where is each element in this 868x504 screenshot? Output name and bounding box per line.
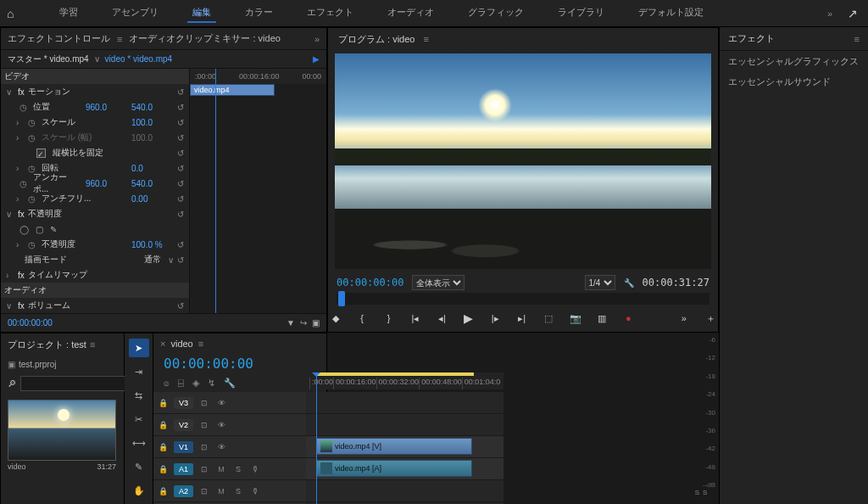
settings-icon[interactable]: ↯ (208, 378, 215, 389)
home-icon[interactable] (7, 7, 14, 20)
wrench-icon[interactable]: 🔧 (224, 378, 236, 389)
eye-icon[interactable]: ⊡ (198, 421, 210, 429)
bin-icon[interactable]: ▣ (8, 360, 15, 369)
mute-icon[interactable]: ⊡ (198, 465, 210, 473)
tab-audio-clip-mixer[interactable]: オーディオクリップミキサー : video (129, 32, 280, 45)
essential-graphics-item[interactable]: エッセンシャルグラフィックス (720, 51, 868, 71)
razor-tool[interactable]: ✂ (129, 410, 149, 428)
panel-menu-icon[interactable] (423, 34, 428, 44)
reset-icon[interactable]: ↺ (177, 240, 189, 249)
timeline-playhead[interactable] (316, 372, 317, 504)
ec-playhead[interactable] (215, 69, 216, 313)
scale-value[interactable]: 100.0 (131, 118, 174, 127)
program-monitor-title[interactable]: プログラム : video (335, 31, 418, 48)
track-lane-v1[interactable]: video.mp4 [V] (306, 436, 504, 458)
project-search-input[interactable] (20, 376, 136, 391)
ellipse-mask-icon[interactable]: ◯ (19, 225, 29, 234)
reset-icon[interactable]: ↺ (177, 87, 189, 97)
reset-icon[interactable]: ↺ (177, 103, 189, 112)
volume-section[interactable]: ボリューム (28, 300, 174, 311)
tab-effect-controls[interactable]: エフェクトコントロール (8, 32, 110, 45)
fit-dropdown[interactable]: 全体表示 (412, 275, 465, 290)
lock-icon[interactable]: 🔒 (157, 487, 169, 496)
solo-l[interactable]: S (695, 489, 699, 501)
go-to-in-icon[interactable]: |◂ (408, 311, 422, 326)
time-remap-section[interactable]: タイムリマップ (28, 269, 189, 281)
ec-timecode[interactable]: 00:00:00:00 (8, 318, 53, 328)
out-point-icon[interactable]: } (381, 311, 396, 326)
motion-section[interactable]: モーション (28, 86, 174, 98)
track-v2[interactable]: V2 (174, 419, 193, 431)
reset-icon[interactable]: ↺ (177, 164, 189, 173)
export-frame-icon[interactable]: 📷 (568, 311, 582, 326)
eye-icon[interactable]: 👁 (215, 399, 227, 407)
antiflicker-value[interactable]: 0.00 (131, 194, 174, 204)
reset-icon[interactable]: ↺ (177, 118, 189, 127)
opacity-value[interactable]: 100.0 % (131, 240, 174, 249)
lock-icon[interactable]: 🔒 (157, 421, 169, 429)
lock-icon[interactable]: 🔒 (157, 465, 169, 473)
ws-tab-color[interactable]: カラー (240, 3, 278, 23)
panel-menu-icon[interactable] (90, 339, 95, 350)
master-clip-label[interactable]: マスター * video.mp4 (8, 53, 89, 65)
keyframe-stopwatch-icon[interactable]: ◷ (19, 179, 30, 188)
hand-tool[interactable]: ✋ (129, 481, 149, 500)
timeline-timecode[interactable]: 00:00:00:00 (153, 354, 306, 373)
ws-tab-audio[interactable]: オーディオ (382, 3, 439, 23)
eye-icon[interactable]: 👁 (215, 421, 227, 429)
voice-icon[interactable]: 🎙 (249, 465, 261, 473)
project-file[interactable]: test.prproj (19, 360, 56, 369)
overflow-icon[interactable]: » (314, 34, 320, 44)
essential-sound-item[interactable]: エッセンシャルサウンド (720, 71, 868, 92)
snap-icon[interactable]: ⌾ (164, 378, 170, 388)
blend-mode-select[interactable]: 通常 (144, 254, 161, 266)
panel-menu-icon[interactable] (117, 34, 122, 44)
eye-icon[interactable]: 👁 (215, 443, 227, 451)
settings-icon[interactable]: ▣ (312, 318, 320, 328)
marker-icon[interactable]: ◈ (192, 378, 199, 389)
step-back-icon[interactable]: ◂| (435, 311, 449, 326)
ws-tab-edit[interactable]: 編集 (187, 3, 216, 23)
anchor-x[interactable]: 960.0 (86, 179, 128, 188)
comparison-icon[interactable]: ▥ (594, 311, 609, 326)
ec-mini-timeline[interactable]: :00:0000:00:16:0000:00 video.mp4 (189, 69, 326, 313)
track-a1[interactable]: A1 (174, 463, 193, 475)
record-icon[interactable]: ● (621, 311, 636, 326)
overflow-icon[interactable]: » (827, 8, 832, 19)
anchor-y[interactable]: 540.0 (131, 179, 174, 188)
panel-menu-icon[interactable] (854, 34, 860, 44)
ws-tab-graphics[interactable]: グラフィック (463, 3, 529, 23)
program-in-timecode[interactable]: 00:00:00:00 (337, 277, 403, 288)
keyframe-stopwatch-icon[interactable]: ◷ (28, 240, 38, 249)
solo-r[interactable]: S (703, 489, 707, 501)
timeline-ruler[interactable]: :00:00 00:00:16:00 00:00:32:00 00:00:48:… (306, 372, 504, 389)
pen-mask-icon[interactable]: ✎ (50, 225, 57, 234)
reset-icon[interactable]: ↺ (177, 194, 189, 204)
ws-tab-default[interactable]: デフォルト設定 (633, 3, 709, 23)
ec-clip[interactable]: video.mp4 (190, 84, 275, 96)
program-monitor[interactable] (335, 53, 711, 269)
track-select-tool[interactable]: ⇥ (129, 362, 149, 381)
reset-icon[interactable]: ↺ (177, 210, 189, 219)
playhead-icon[interactable]: ▶ (313, 54, 320, 64)
ws-tab-effects[interactable]: エフェクト (302, 3, 359, 23)
slip-tool[interactable]: ⟷ (129, 434, 149, 452)
search-icon[interactable]: 🔎︎ (8, 378, 17, 389)
lock-icon[interactable]: 🔒 (157, 399, 169, 407)
link-icon[interactable]: ⌸ (178, 378, 184, 388)
track-a2[interactable]: A2 (174, 485, 193, 497)
program-scrubber[interactable] (337, 293, 709, 305)
ws-tab-learn[interactable]: 学習 (54, 3, 83, 23)
reset-icon[interactable]: ↺ (177, 148, 189, 158)
work-area-bar[interactable] (316, 372, 474, 376)
play-button[interactable]: ▶ (461, 311, 476, 326)
ripple-tool[interactable]: ⇆ (129, 386, 149, 405)
pen-tool[interactable]: ✎ (129, 457, 149, 476)
go-to-out-icon[interactable]: ▸| (515, 311, 529, 326)
keyframe-stopwatch-icon[interactable]: ◷ (28, 194, 38, 204)
marker-icon[interactable]: ◆ (328, 311, 342, 326)
resolution-dropdown[interactable]: 1/4 (585, 275, 615, 290)
selection-tool[interactable]: ➤ (129, 339, 149, 357)
track-v3[interactable]: V3 (174, 397, 193, 409)
panel-menu-icon[interactable] (198, 339, 203, 349)
